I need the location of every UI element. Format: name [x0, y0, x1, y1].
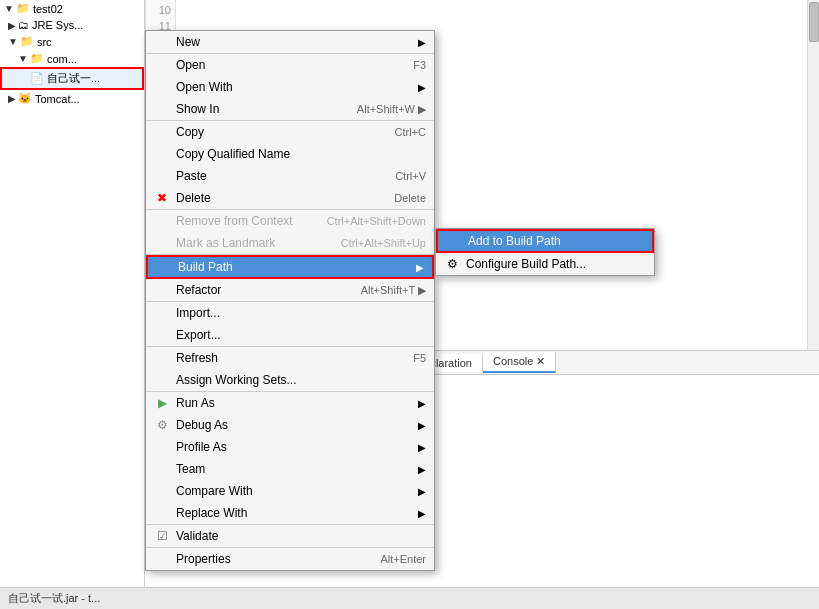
menu-shortcut: Ctrl+C: [375, 126, 426, 138]
menu-label: Add to Build Path: [468, 234, 561, 248]
menu-copy[interactable]: Copy Ctrl+C: [146, 121, 434, 143]
menu-add-to-build-path[interactable]: Add to Build Path: [436, 229, 654, 253]
package-icon: 🗂: [18, 19, 29, 31]
menu-validate[interactable]: ☑ Validate: [146, 525, 434, 547]
menu-shortcut: Alt+Shift+W ▶: [337, 103, 426, 116]
tree-label: Tomcat...: [35, 93, 80, 105]
menu-label: Show In: [176, 102, 219, 116]
menu-compare-with[interactable]: Compare With ▶: [146, 480, 434, 502]
menu-import[interactable]: Import...: [146, 302, 434, 324]
tree-item-test02[interactable]: ▼ 📁 test02: [0, 0, 144, 17]
menu-export[interactable]: Export...: [146, 324, 434, 346]
menu-delete[interactable]: ✖ Delete Delete: [146, 187, 434, 209]
menu-label: Properties: [176, 552, 231, 566]
tree-item-tomcat[interactable]: ▶ 🐱 Tomcat...: [0, 90, 144, 107]
menu-shortcut: Alt+Enter: [360, 553, 426, 565]
menu-label: Remove from Context: [176, 214, 293, 228]
menu-label: Profile As: [176, 440, 227, 454]
menu-show-in[interactable]: Show In Alt+Shift+W ▶: [146, 98, 434, 120]
delete-icon: ✖: [154, 190, 170, 206]
context-menu: New ▶ Open F3 Open With ▶ Show In Alt+Sh…: [145, 30, 435, 571]
menu-run-as[interactable]: ▶ Run As ▶: [146, 392, 434, 414]
menu-refactor[interactable]: Refactor Alt+Shift+T ▶: [146, 279, 434, 301]
submenu-arrow-icon: ▶: [418, 398, 426, 409]
menu-label: Paste: [176, 169, 207, 183]
menu-label: Refresh: [176, 351, 218, 365]
tree-label: com...: [47, 53, 77, 65]
build-path-submenu: Add to Build Path ⚙ Configure Build Path…: [435, 228, 655, 276]
tree-label: test02: [33, 3, 63, 15]
menu-label: New: [176, 35, 200, 49]
check-icon: ☑: [154, 528, 170, 544]
menu-refresh[interactable]: Refresh F5: [146, 347, 434, 369]
folder-icon: 📁: [20, 35, 34, 48]
menu-new[interactable]: New ▶: [146, 31, 434, 53]
submenu-arrow-icon: ▶: [418, 420, 426, 431]
tab-console[interactable]: Console ✕: [483, 352, 556, 373]
submenu-arrow-icon: ▶: [416, 262, 424, 273]
submenu-arrow-icon: ▶: [418, 37, 426, 48]
folder-icon: 📁: [16, 2, 30, 15]
submenu-arrow-icon: ▶: [418, 508, 426, 519]
menu-label: Debug As: [176, 418, 228, 432]
folder-icon: 📁: [30, 52, 44, 65]
menu-label: Team: [176, 462, 205, 476]
scrollbar-thumb[interactable]: [809, 2, 819, 42]
status-text: 自己试一试.jar - t...: [8, 591, 100, 606]
menu-label: Configure Build Path...: [466, 257, 586, 271]
expand-arrow: ▼: [4, 3, 14, 14]
submenu-arrow-icon: ▶: [418, 464, 426, 475]
menu-label: Validate: [176, 529, 218, 543]
menu-label: Mark as Landmark: [176, 236, 275, 250]
menu-shortcut: Ctrl+V: [375, 170, 426, 182]
menu-assign-working-sets[interactable]: Assign Working Sets...: [146, 369, 434, 391]
menu-profile-as[interactable]: Profile As ▶: [146, 436, 434, 458]
menu-configure-build-path[interactable]: ⚙ Configure Build Path...: [436, 253, 654, 275]
menu-label: Assign Working Sets...: [176, 373, 297, 387]
menu-shortcut: F5: [393, 352, 426, 364]
status-bar: 自己试一试.jar - t...: [0, 587, 819, 609]
line-num-10: 10: [146, 2, 175, 18]
menu-label: Copy: [176, 125, 204, 139]
menu-team[interactable]: Team ▶: [146, 458, 434, 480]
vertical-scrollbar[interactable]: [807, 0, 819, 350]
project-explorer: ▼ 📁 test02 ▶ 🗂 JRE Sys... ▼ 📁 src ▼ 📁 co…: [0, 0, 145, 609]
expand-arrow: ▼: [8, 36, 18, 47]
menu-label: Build Path: [178, 260, 233, 274]
menu-shortcut: Ctrl+Alt+Shift+Up: [321, 237, 426, 249]
submenu-arrow-icon: ▶: [418, 442, 426, 453]
menu-shortcut: Alt+Shift+T ▶: [341, 284, 426, 297]
menu-label: Run As: [176, 396, 215, 410]
menu-copy-qualified[interactable]: Copy Qualified Name: [146, 143, 434, 165]
expand-arrow: ▶: [8, 20, 16, 31]
tree-item-test-file[interactable]: 📄 自己试一...: [0, 67, 144, 90]
menu-build-path[interactable]: Build Path ▶: [146, 255, 434, 279]
tree-label: 自己试一...: [47, 71, 100, 86]
server-icon: 🐱: [18, 92, 32, 105]
menu-paste[interactable]: Paste Ctrl+V: [146, 165, 434, 187]
menu-open[interactable]: Open F3: [146, 54, 434, 76]
menu-label: Refactor: [176, 283, 221, 297]
menu-label: Open With: [176, 80, 233, 94]
menu-shortcut: Delete: [374, 192, 426, 204]
menu-label: Replace With: [176, 506, 247, 520]
menu-open-with[interactable]: Open With ▶: [146, 76, 434, 98]
gear-icon: ⚙: [444, 256, 460, 272]
menu-label: Compare With: [176, 484, 253, 498]
tree-item-src[interactable]: ▼ 📁 src: [0, 33, 144, 50]
tree-item-com[interactable]: ▼ 📁 com...: [0, 50, 144, 67]
run-icon: ▶: [154, 395, 170, 411]
debug-icon: ⚙: [154, 417, 170, 433]
menu-remove-context: Remove from Context Ctrl+Alt+Shift+Down: [146, 210, 434, 232]
menu-properties[interactable]: Properties Alt+Enter: [146, 548, 434, 570]
tree-item-jre[interactable]: ▶ 🗂 JRE Sys...: [0, 17, 144, 33]
menu-shortcut: F3: [393, 59, 426, 71]
menu-debug-as[interactable]: ⚙ Debug As ▶: [146, 414, 434, 436]
submenu-arrow-icon: ▶: [418, 486, 426, 497]
tree-label: JRE Sys...: [32, 19, 83, 31]
file-icon: 📄: [30, 72, 44, 85]
menu-replace-with[interactable]: Replace With ▶: [146, 502, 434, 524]
submenu-arrow-icon: ▶: [418, 82, 426, 93]
menu-label: Delete: [176, 191, 211, 205]
tree-label: src: [37, 36, 52, 48]
